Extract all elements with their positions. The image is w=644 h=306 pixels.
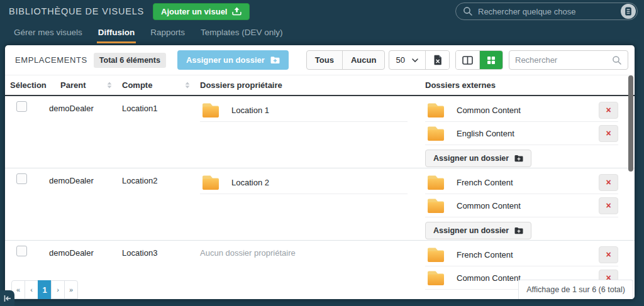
assign-folder-button[interactable]: Assigner un dossier: [425, 222, 531, 239]
global-search-input[interactable]: [478, 7, 616, 16]
view-toggle-group: [455, 50, 503, 70]
select-all-button[interactable]: Tous: [307, 51, 342, 69]
folder-name: French Content: [457, 250, 513, 260]
parent-cell: demoDealer: [49, 241, 117, 258]
folder-item: Location 1: [200, 99, 408, 122]
row-checkbox[interactable]: [16, 173, 27, 184]
pagination-info: Affichage de 1 sur 6 (6 total): [518, 280, 633, 299]
page-size-select[interactable]: 50: [389, 51, 426, 69]
folder-icon: [426, 270, 445, 287]
scrollbar-thumb[interactable]: [628, 75, 633, 172]
owner-folders-cell: Location 2: [195, 168, 420, 194]
header-dossiers-externes: Dossiers externes: [420, 80, 618, 90]
sort-icon[interactable]: [107, 82, 112, 89]
account-cell: Location1: [117, 96, 195, 113]
folder-item: French Content ×: [425, 171, 618, 194]
account-cell: Location3: [117, 241, 195, 258]
page-1-button[interactable]: 1: [38, 280, 52, 299]
folder-plus-icon: [270, 56, 280, 64]
top-bar: BIBLIOTHÈQUE DE VISUELS Ajouter un visue…: [0, 0, 644, 21]
sort-icon[interactable]: [185, 82, 190, 89]
chevron-down-icon: [412, 58, 418, 62]
add-visual-label: Ajouter un visuel: [161, 7, 227, 16]
parent-cell: demoDealer: [49, 96, 117, 113]
folder-item: Common Content ×: [425, 99, 618, 122]
folder-plus-icon: [514, 155, 523, 162]
global-search: [455, 3, 638, 20]
assign-folder-label: Assigner un dossier: [433, 226, 509, 235]
remove-folder-button[interactable]: ×: [599, 246, 618, 263]
header-compte[interactable]: Compte: [117, 80, 195, 90]
row-checkbox[interactable]: [16, 101, 27, 112]
selection-cell: [10, 241, 49, 256]
assign-folder-bulk-label: Assigner un dossier: [186, 55, 265, 65]
table-body: demoDealer Location1 Location 1: [5, 96, 635, 299]
folder-name: Common Content: [457, 201, 521, 210]
header-compte-label: Compte: [122, 80, 152, 90]
folder-icon: [426, 246, 445, 263]
folder-plus-icon: [514, 227, 523, 234]
owner-folders-cell: Location 1: [195, 96, 420, 122]
notes-circle-icon[interactable]: [621, 4, 636, 19]
tab-templates-dev-only[interactable]: Templates (DEV only): [199, 25, 284, 43]
collapse-panel-handle[interactable]: [0, 290, 14, 306]
header-parent[interactable]: Parent: [49, 80, 117, 90]
pagination: « ‹ 1 › »: [11, 280, 77, 299]
folder-item: English Content ×: [425, 122, 618, 145]
page-size-value: 50: [396, 55, 405, 65]
assign-folder-bulk-button[interactable]: Assigner un dossier: [177, 50, 289, 70]
add-visual-button[interactable]: Ajouter un visuel: [153, 3, 250, 20]
tab-gerer-mes-visuels[interactable]: Gérer mes visuels: [13, 25, 84, 43]
total-count-badge: Total 6 éléments: [94, 53, 166, 68]
file-export-icon: [433, 55, 442, 65]
page-prev-button[interactable]: ‹: [25, 280, 38, 299]
select-none-button[interactable]: Aucun: [342, 51, 384, 69]
search-icon: [463, 6, 473, 16]
table-grid-icon: [487, 56, 496, 65]
folder-name: Common Content: [457, 273, 521, 283]
table-row: demoDealer Location1 Location 1: [5, 96, 635, 168]
vertical-scrollbar: [628, 75, 633, 298]
parent-cell: demoDealer: [49, 168, 117, 185]
assign-folder-button[interactable]: Assigner un dossier: [425, 150, 531, 167]
columns-view-button[interactable]: [456, 51, 479, 69]
selection-cell: [10, 168, 49, 184]
account-cell: Location2: [117, 168, 195, 185]
collapse-left-icon: [4, 295, 11, 302]
folder-icon: [426, 174, 445, 191]
folder-icon: [201, 102, 220, 119]
folder-name: Common Content: [457, 106, 521, 115]
remove-folder-button[interactable]: ×: [599, 125, 618, 142]
folder-name: French Content: [457, 178, 513, 187]
folder-item: French Content ×: [425, 243, 618, 266]
assign-folder-label: Assigner un dossier: [433, 154, 509, 163]
table-search-input[interactable]: [515, 55, 608, 65]
external-folders-cell: French Content × Common Content × Assign…: [420, 168, 618, 239]
folder-icon: [426, 102, 445, 119]
app-title: BIBLIOTHÈQUE DE VISUELS: [9, 6, 144, 16]
no-owner-folder-text: Aucun dossier propriétaire: [200, 243, 420, 258]
remove-folder-button[interactable]: ×: [599, 102, 618, 119]
tab-diffusion[interactable]: Diffusion: [97, 25, 136, 43]
tab-rapports[interactable]: Rapports: [149, 25, 186, 43]
folder-item: Common Content ×: [425, 194, 618, 217]
folder-icon: [426, 125, 445, 142]
page-last-button[interactable]: »: [64, 280, 78, 299]
remove-folder-button[interactable]: ×: [599, 174, 618, 191]
page-next-button[interactable]: ›: [51, 280, 65, 299]
table-row: demoDealer Location2 Location 2: [5, 168, 635, 241]
export-button[interactable]: [426, 51, 449, 69]
row-checkbox[interactable]: [16, 246, 27, 256]
panel-toolbar: EMPLACEMENTS Total 6 éléments Assigner u…: [5, 45, 635, 75]
toolbar-right: 50: [389, 50, 628, 70]
upload-icon: [232, 7, 242, 16]
remove-folder-button[interactable]: ×: [599, 197, 618, 214]
external-folders-cell: Common Content × English Content × Assig…: [420, 96, 618, 167]
folder-name: Location 1: [231, 106, 269, 115]
header-parent-label: Parent: [60, 80, 86, 90]
search-icon: [612, 55, 622, 65]
pagesize-export-group: 50: [389, 50, 450, 70]
emplacements-panel: EMPLACEMENTS Total 6 éléments Assigner u…: [5, 45, 635, 299]
columns-icon: [462, 56, 473, 65]
table-grid-view-button[interactable]: [479, 51, 502, 69]
